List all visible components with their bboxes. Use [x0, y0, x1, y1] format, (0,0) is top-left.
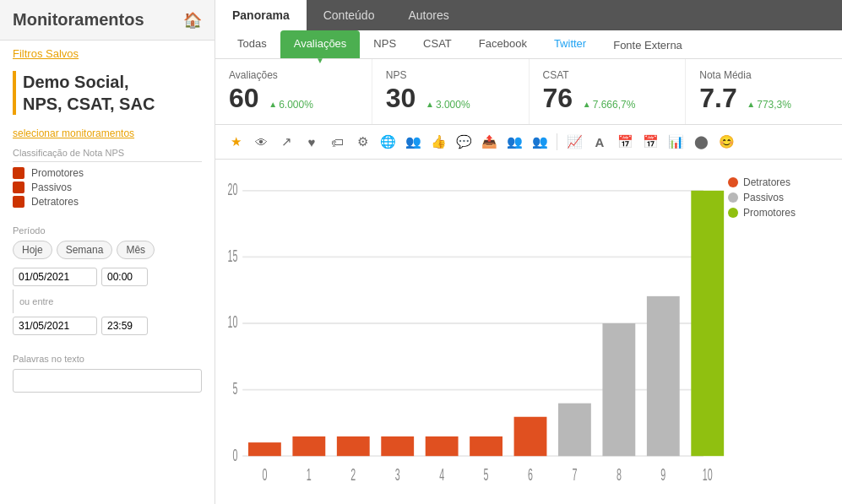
eye-icon[interactable]: 👁 — [249, 130, 273, 154]
bar-chart-icon[interactable]: 📊 — [664, 130, 687, 154]
svg-text:15: 15 — [227, 247, 237, 264]
main-content: Panorama Conteúdo Autores Todas Avaliaçõ… — [215, 0, 842, 504]
pie-chart-icon[interactable]: ⬤ — [689, 130, 713, 154]
like-icon[interactable]: 👍 — [426, 130, 450, 154]
detratores-label: Detratores — [31, 196, 79, 208]
stat-nps-change: 3.000% — [426, 99, 470, 111]
stat-csat-number: 76 — [543, 83, 573, 114]
svg-rect-20 — [691, 191, 724, 456]
sidebar-header: Monitoramentos 🏠 — [0, 0, 215, 41]
subnav-facebook[interactable]: Facebook — [465, 30, 541, 58]
tab-autores[interactable]: Autores — [391, 0, 465, 30]
passivos-label: Passivos — [31, 182, 72, 193]
filtros-salvos-link[interactable]: Filtros Salvos — [0, 41, 215, 67]
palavras-label: Palavras no texto — [13, 354, 202, 364]
selecionar-monitoramentos-link[interactable]: selecionar monitoramentos — [0, 123, 215, 144]
svg-rect-10 — [248, 442, 281, 456]
subnav-fonte-externa[interactable]: Fonte Externa — [600, 32, 696, 58]
legend-detratores: Detratores — [728, 176, 829, 188]
comment-icon[interactable]: 💬 — [452, 130, 475, 154]
users-icon[interactable]: 👥 — [502, 130, 526, 154]
chart-line-icon[interactable]: 📈 — [562, 130, 586, 154]
palavras-section: Palavras no texto — [0, 350, 215, 397]
svg-rect-17 — [558, 404, 591, 457]
tab-panorama[interactable]: Panorama — [215, 0, 307, 30]
svg-text:9: 9 — [660, 465, 665, 483]
stat-avaliacoes-value-row: 60 6.000% — [229, 83, 358, 114]
stat-nps: NPS 30 3.000% — [372, 59, 530, 124]
svg-rect-16 — [514, 417, 547, 456]
subnav-csat[interactable]: CSAT — [410, 30, 465, 58]
subnav-todas[interactable]: Todas — [224, 30, 280, 58]
time-from-input[interactable] — [101, 268, 148, 286]
top-navigation: Panorama Conteúdo Autores — [215, 0, 842, 30]
semana-button[interactable]: Semana — [57, 241, 113, 259]
emoji-icon[interactable]: 😊 — [714, 130, 738, 154]
text-icon[interactable]: A — [588, 130, 611, 154]
stat-nps-number: 30 — [386, 83, 416, 114]
promotores-color — [13, 167, 24, 179]
calendar-icon[interactable]: 📅 — [613, 130, 637, 154]
tab-conteudo[interactable]: Conteúdo — [307, 0, 392, 30]
sidebar: Monitoramentos 🏠 Filtros Salvos Demo Soc… — [0, 0, 215, 504]
sidebar-title: Monitoramentos — [13, 10, 144, 30]
passivos-dot — [728, 192, 738, 203]
toolbar: ★ 👁 ↗ ♥ 🏷 ⚙ 🌐 👥 👍 💬 📤 👥 👥 📈 A 📅 📅 📊 ⬤ 😊 — [215, 125, 842, 160]
subnav-nps[interactable]: NPS — [360, 30, 410, 58]
tag-icon[interactable]: 🏷 — [325, 130, 349, 154]
promotores-label: Promotores — [31, 167, 84, 179]
periodo-buttons: Hoje Semana Mês — [13, 241, 202, 259]
passivos-color — [13, 182, 24, 193]
star-icon[interactable]: ★ — [224, 130, 247, 154]
legend-detratores: Detratores — [13, 196, 202, 208]
palavras-input[interactable] — [13, 369, 202, 393]
stat-avaliacoes-change: 6.000% — [269, 99, 313, 111]
subnav-twitter[interactable]: Twitter — [541, 30, 600, 58]
time-to-input[interactable] — [101, 317, 148, 335]
svg-text:0: 0 — [262, 465, 267, 483]
chart-area: 20 15 10 5 0 — [215, 160, 842, 504]
ou-entre-row: ou entre — [13, 290, 202, 313]
stat-nota-value-row: 7.7 773,3% — [699, 83, 828, 114]
svg-rect-18 — [602, 323, 635, 456]
legend-promotores: Promotores — [728, 207, 829, 219]
stat-avaliacoes: Avaliações 60 6.000% — [215, 59, 372, 124]
svg-text:5: 5 — [484, 465, 489, 483]
home-icon[interactable]: 🏠 — [183, 11, 202, 30]
stat-csat-change: 7.666,7% — [583, 99, 636, 111]
share-icon[interactable]: ↗ — [274, 130, 298, 154]
subnav-avaliacoes[interactable]: Avaliações — [280, 30, 361, 58]
settings-icon[interactable]: ⚙ — [350, 130, 374, 154]
stats-row: Avaliações 60 6.000% NPS 30 3.000% CSAT … — [215, 59, 842, 125]
svg-text:10: 10 — [227, 313, 237, 331]
date-from-input[interactable] — [13, 268, 97, 286]
svg-text:8: 8 — [617, 465, 622, 483]
calendar2-icon[interactable]: 📅 — [638, 130, 662, 154]
date-from-row — [13, 268, 202, 286]
detratores-legend-label: Detratores — [743, 176, 790, 188]
detratores-dot — [728, 177, 738, 187]
legend-passivos: Passivos — [13, 182, 202, 193]
export-icon[interactable]: 📤 — [477, 130, 501, 154]
passivos-legend-label: Passivos — [743, 192, 784, 203]
svg-text:0: 0 — [232, 446, 237, 463]
periodo-section: Período Hoje Semana Mês ou entre — [0, 221, 215, 343]
mes-button[interactable]: Mês — [117, 241, 155, 259]
promotores-dot — [728, 208, 738, 218]
date-to-input[interactable] — [13, 317, 97, 335]
users2-icon[interactable]: 👥 — [528, 130, 551, 154]
globe-icon[interactable]: 🌐 — [376, 130, 399, 154]
stat-nota-label: Nota Média — [699, 69, 828, 81]
group-icon[interactable]: 👥 — [401, 130, 425, 154]
stat-nps-value-row: 30 3.000% — [386, 83, 515, 114]
legend-passivos: Passivos — [728, 192, 829, 203]
svg-text:5: 5 — [232, 380, 237, 398]
svg-text:7: 7 — [572, 465, 577, 483]
heart-icon[interactable]: ♥ — [300, 130, 323, 154]
svg-rect-19 — [647, 296, 680, 456]
stat-nota-number: 7.7 — [699, 83, 736, 114]
hoje-button[interactable]: Hoje — [13, 241, 52, 259]
stat-nota-change: 773,3% — [747, 99, 791, 111]
demo-title: Demo Social,NPS, CSAT, SAC — [23, 71, 202, 115]
date-to-row — [13, 317, 202, 335]
